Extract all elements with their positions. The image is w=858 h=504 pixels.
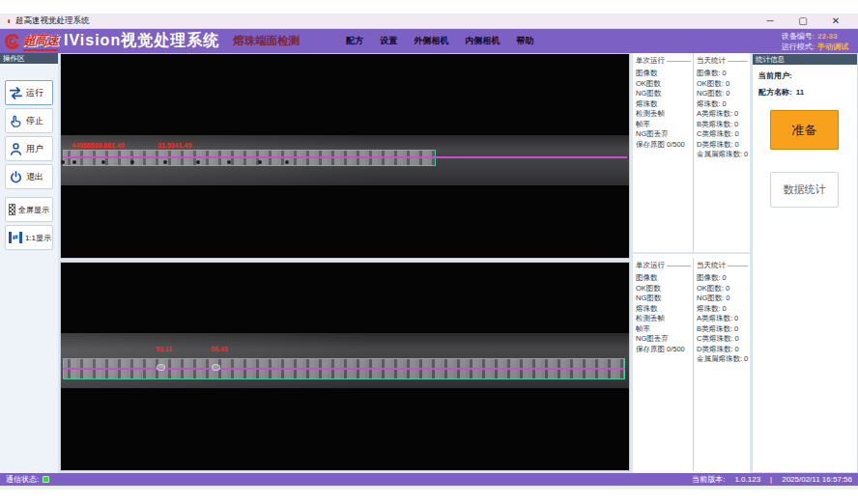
brand-swirl-icon bbox=[4, 33, 21, 50]
window-title: 超高速视觉处理系统 bbox=[15, 15, 90, 27]
exit-button[interactable]: 退出 bbox=[5, 164, 53, 189]
stat-row: B类熔珠数:0 bbox=[697, 120, 750, 130]
run-mode-value: 手动调试 bbox=[817, 42, 848, 51]
window-titlebar: ◖ 超高速视觉处理系统 ─ ▢ ✕ bbox=[0, 14, 858, 29]
camera-image-strip: 53.11 56.43 bbox=[61, 333, 629, 388]
stat-row: NG图数:0 bbox=[697, 89, 750, 99]
stat-row: 图像数 bbox=[636, 273, 693, 284]
stats-section-outer: 单次运行 图像数 OK图数 NG图数 熔珠数 检测丢帧 bbox=[633, 53, 750, 254]
stat-row: 熔珠数 bbox=[636, 304, 693, 315]
stat-row: 熔珠数:0 bbox=[697, 304, 750, 315]
menu-item[interactable]: 设置 bbox=[380, 35, 397, 47]
device-info: 设备编号:22-33 运行模式:手动调试 bbox=[782, 31, 848, 52]
app-subtitle: 熔珠端面检测 bbox=[233, 34, 300, 48]
menu-item[interactable]: 配方 bbox=[346, 35, 363, 47]
stat-row: NG图丢弃 bbox=[636, 129, 693, 140]
stat-row: 图像数:0 bbox=[697, 273, 750, 284]
single-run-stats: 单次运行 图像数 OK图数 NG图数 熔珠数 检测丢帧 bbox=[633, 53, 693, 252]
daily-stats: 当天统计 图像数:0 OK图数:0 NG图数:0 熔珠数:0 A类熔珠数:0 bbox=[693, 53, 750, 252]
stat-row: 图像数 bbox=[636, 69, 693, 79]
menu-bar: 配方 设置 外侧相机 内侧相机 帮助 bbox=[346, 35, 550, 47]
menu-item[interactable]: 帮助 bbox=[516, 35, 533, 47]
group-title: 当天统计 bbox=[697, 56, 726, 66]
brand-name: 超高速 bbox=[23, 32, 58, 51]
camera-view-inner[interactable]: 53.11 56.43 bbox=[60, 262, 630, 471]
stat-row: 保存原图0/500 bbox=[636, 345, 693, 355]
app-logo-small-icon: ◖ bbox=[6, 16, 12, 26]
sidebar-title: 操作区 bbox=[0, 53, 58, 64]
stat-row: 帧率 bbox=[636, 324, 693, 335]
stat-row: 熔珠数:0 bbox=[697, 99, 750, 110]
stat-row: 帧率 bbox=[636, 120, 693, 130]
main-area: 操作区 运行 停止 用户 bbox=[0, 53, 858, 473]
stat-row: D类熔珠数:0 bbox=[697, 345, 750, 355]
version-label: 当前版本: bbox=[692, 474, 725, 485]
user-button[interactable]: 用户 bbox=[5, 136, 53, 161]
statistics-info-panel: 统计信息 当前用户: 配方名称:11 准备 数据统计 bbox=[752, 53, 858, 473]
info-panel-title: 统计信息 bbox=[753, 54, 857, 65]
stat-row: 金属屑熔珠数:0 bbox=[697, 354, 750, 365]
group-title: 单次运行 bbox=[636, 56, 665, 66]
stats-section-inner: 单次运行 图像数 OK图数 NG图数 熔珠数 检测丢帧 bbox=[633, 258, 750, 471]
stat-row: A类熔珠数:0 bbox=[697, 109, 750, 120]
maximize-button[interactable]: ▢ bbox=[786, 14, 819, 29]
stat-row: C类熔珠数:0 bbox=[697, 334, 750, 345]
one-to-one-button[interactable]: ⇄ 1:1显示 bbox=[5, 225, 53, 250]
single-run-stats: 单次运行 图像数 OK图数 NG图数 熔珠数 检测丢帧 bbox=[633, 258, 693, 471]
statistics-panels: 单次运行 图像数 OK图数 NG图数 熔珠数 检测丢帧 bbox=[633, 53, 750, 473]
status-bar: 通信状态: 当前版本: 1.0.123 | 2025/02/11 16:57:5… bbox=[0, 473, 858, 486]
menu-item[interactable]: 内侧相机 bbox=[465, 35, 500, 47]
measurement-annotation: 31.5341.49 bbox=[157, 142, 191, 149]
stat-row: B类熔珠数:0 bbox=[697, 324, 750, 335]
daily-stats: 当天统计 图像数:0 OK图数:0 NG图数:0 熔珠数:0 A类熔珠数:0 bbox=[693, 258, 750, 471]
operation-sidebar: 操作区 运行 停止 用户 bbox=[0, 53, 58, 473]
stat-row: 保存原图0/500 bbox=[636, 140, 693, 151]
stat-row: 熔珠数 bbox=[636, 99, 693, 110]
fullscreen-button[interactable]: 全屏显示 bbox=[5, 197, 53, 222]
stat-row: OK图数 bbox=[636, 79, 693, 90]
scan-line bbox=[63, 156, 627, 158]
close-button[interactable]: ✕ bbox=[819, 14, 852, 29]
stat-row: 图像数:0 bbox=[697, 69, 750, 79]
recipe-name-value: 11 bbox=[796, 88, 804, 97]
stat-row: 检测丢帧 bbox=[636, 109, 693, 120]
comm-status-indicator bbox=[43, 476, 49, 483]
device-id-value: 22-33 bbox=[817, 32, 837, 41]
datetime: 2025/02/11 16:57:56 bbox=[782, 475, 852, 484]
bead-marks bbox=[61, 160, 65, 164]
stop-hand-icon bbox=[9, 114, 23, 128]
measurement-annotation: 56.43 bbox=[211, 346, 228, 352]
bead-mark-circle bbox=[157, 364, 165, 371]
stat-row: C类熔珠数:0 bbox=[697, 129, 750, 140]
camera-viewports: 44988539.881.49 31.5341.49 53.11 56.43 bbox=[60, 53, 630, 473]
app-window: ◖ 超高速视觉处理系统 ─ ▢ ✕ 超高速 IVision视觉处理系统 熔珠端面… bbox=[0, 0, 858, 504]
stat-row: D类熔珠数:0 bbox=[697, 140, 750, 151]
stop-button[interactable]: 停止 bbox=[5, 108, 53, 133]
measurement-annotation: 53.11 bbox=[156, 346, 172, 352]
power-icon bbox=[9, 170, 23, 184]
measurement-annotation: 44988539.881.49 bbox=[72, 142, 125, 149]
stat-row: OK图数 bbox=[636, 284, 693, 294]
stat-row: NG图数 bbox=[636, 89, 693, 99]
brand-logo: 超高速 bbox=[4, 32, 58, 51]
prepare-button[interactable]: 准备 bbox=[770, 110, 839, 150]
fullscreen-grid-icon bbox=[9, 204, 15, 215]
run-arrows-icon bbox=[9, 86, 23, 100]
version-value: 1.0.123 bbox=[734, 475, 760, 484]
menu-item[interactable]: 外侧相机 bbox=[414, 35, 448, 47]
data-statistics-button[interactable]: 数据统计 bbox=[770, 172, 839, 208]
run-button[interactable]: 运行 bbox=[5, 80, 53, 105]
camera-image-strip: 44988539.881.49 31.5341.49 bbox=[61, 135, 629, 185]
app-title: IVision视觉处理系统 bbox=[64, 31, 219, 51]
camera-view-outer[interactable]: 44988539.881.49 31.5341.49 bbox=[60, 53, 630, 259]
stat-row: NG图数:0 bbox=[697, 294, 750, 304]
stat-row: NG图丢弃 bbox=[636, 334, 693, 345]
current-user-label: 当前用户: bbox=[758, 71, 792, 80]
stat-row: NG图数 bbox=[636, 294, 693, 304]
stat-row: 金属屑熔珠数:0 bbox=[697, 150, 750, 160]
one-to-one-icon: ⇄ bbox=[9, 232, 22, 243]
taskbar-edge bbox=[0, 486, 858, 490]
run-mode-label: 运行模式: bbox=[782, 42, 815, 51]
scan-line bbox=[63, 368, 625, 370]
minimize-button[interactable]: ─ bbox=[754, 14, 786, 29]
